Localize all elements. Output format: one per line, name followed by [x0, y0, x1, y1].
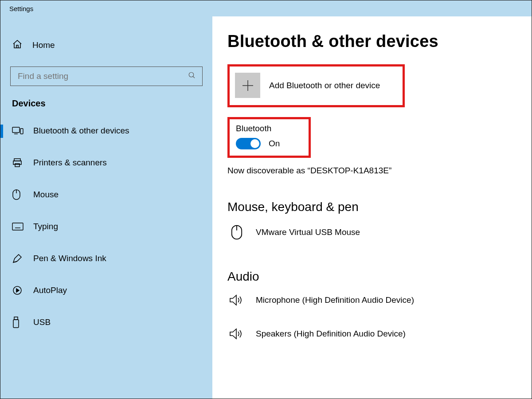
svg-rect-7: [15, 164, 20, 167]
add-device-button[interactable]: Add Bluetooth or other device: [227, 64, 405, 107]
svg-rect-19: [14, 317, 18, 320]
device-item-mouse[interactable]: VMware Virtual USB Mouse: [227, 219, 516, 245]
add-device-label: Add Bluetooth or other device: [269, 81, 380, 90]
main-content: Bluetooth & other devices Add Bluetooth …: [212, 16, 532, 399]
nav-home[interactable]: Home: [0, 32, 212, 59]
section-audio-title: Audio: [227, 270, 516, 284]
sidebar-item-mouse[interactable]: Mouse: [0, 181, 212, 208]
bluetooth-label: Bluetooth: [236, 124, 302, 133]
bluetooth-toggle[interactable]: [236, 138, 261, 149]
keyboard-icon: [12, 223, 23, 231]
section-mouse-title: Mouse, keyboard & pen: [227, 200, 516, 214]
search-box[interactable]: [10, 66, 203, 86]
toggle-knob: [250, 139, 259, 148]
home-icon: [12, 39, 23, 52]
sidebar-item-label: AutoPlay: [33, 286, 67, 295]
sidebar-item-label: Bluetooth & other devices: [33, 126, 129, 136]
window-title: Settings: [9, 5, 33, 12]
mouse-icon: [12, 189, 23, 200]
usb-icon: [12, 317, 23, 328]
sidebar-section-title: Devices: [0, 98, 212, 117]
settings-window: Settings Home: [0, 0, 532, 399]
devices-icon: [12, 126, 23, 136]
speaker-icon: [227, 293, 246, 307]
page-title: Bluetooth & other devices: [227, 32, 516, 51]
mouse-icon: [227, 224, 246, 241]
bluetooth-section: Bluetooth On: [227, 117, 311, 158]
sidebar-item-bluetooth[interactable]: Bluetooth & other devices: [0, 117, 212, 144]
svg-rect-6: [13, 161, 21, 164]
plus-icon: [235, 73, 260, 98]
bluetooth-toggle-row: On: [236, 138, 302, 149]
device-label: Speakers (High Definition Audio Device): [256, 329, 406, 339]
device-label: VMware Virtual USB Mouse: [256, 227, 360, 237]
search-icon: [188, 71, 196, 82]
svg-rect-2: [12, 127, 20, 133]
sidebar-item-label: Mouse: [33, 190, 59, 200]
svg-marker-18: [16, 289, 19, 292]
pen-icon: [12, 253, 23, 264]
svg-marker-25: [230, 295, 236, 305]
svg-rect-10: [12, 223, 23, 230]
svg-point-0: [189, 72, 194, 77]
sidebar-item-label: USB: [33, 317, 51, 327]
sidebar-item-printers[interactable]: Printers & scanners: [0, 149, 212, 176]
nav-home-label: Home: [32, 40, 55, 50]
printer-icon: [12, 157, 23, 168]
discoverable-text: Now discoverable as “DESKTOP-K1A813E”: [227, 166, 516, 176]
sidebar: Home Devices: [0, 16, 212, 399]
autoplay-icon: [12, 285, 23, 296]
sidebar-item-label: Typing: [33, 222, 58, 231]
sidebar-item-pen[interactable]: Pen & Windows Ink: [0, 245, 212, 272]
sidebar-item-label: Pen & Windows Ink: [33, 254, 106, 263]
svg-rect-20: [13, 320, 19, 328]
svg-line-1: [193, 76, 195, 78]
search-input[interactable]: [17, 71, 188, 82]
window-titlebar: Settings: [0, 0, 532, 16]
svg-rect-4: [20, 129, 23, 134]
speaker-icon: [227, 327, 246, 340]
device-item-microphone[interactable]: Microphone (High Definition Audio Device…: [227, 289, 516, 311]
sidebar-item-label: Printers & scanners: [33, 158, 107, 168]
svg-marker-26: [230, 329, 236, 339]
sidebar-item-typing[interactable]: Typing: [0, 213, 212, 240]
sidebar-item-usb[interactable]: USB: [0, 309, 212, 336]
sidebar-item-autoplay[interactable]: AutoPlay: [0, 277, 212, 304]
search-container: [10, 66, 203, 86]
device-label: Microphone (High Definition Audio Device…: [256, 295, 414, 305]
bluetooth-toggle-state: On: [269, 139, 280, 149]
device-item-speakers[interactable]: Speakers (High Definition Audio Device): [227, 323, 516, 345]
window-body: Home Devices: [0, 16, 532, 399]
